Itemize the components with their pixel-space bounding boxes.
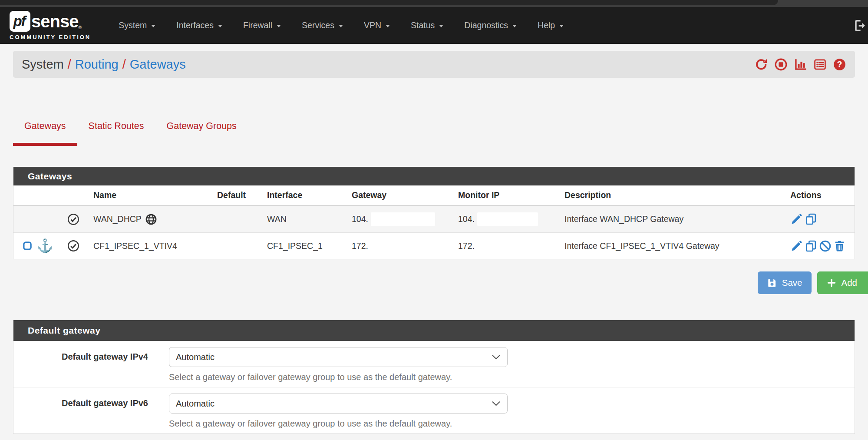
table-row-wan-dhcp: WAN_DHCP WAN 104. 104. Interface WAN_DHC… (13, 206, 855, 232)
gateways-panel: Gateways Name Default Interface Gateway … (13, 167, 855, 259)
main-menu: System Interfaces Firewall Services VPN … (108, 7, 574, 44)
list-icon[interactable] (813, 58, 827, 71)
gateway-description-cell: Interface WAN_DHCP Gateway (556, 214, 782, 224)
chevron-down-icon (492, 401, 500, 406)
table-actions-bar: Save Add (13, 271, 855, 294)
form-control-group: Automatic Select a gateway or failover g… (169, 394, 508, 429)
form-row-ipv4: Default gateway IPv4 Automatic Select a … (13, 341, 855, 387)
column-header-name: Name (85, 190, 209, 200)
chevron-down-icon (492, 355, 500, 360)
chevron-down-icon (512, 25, 517, 27)
column-header-interface: Interface (259, 190, 343, 200)
save-button-label: Save (782, 278, 802, 288)
gateway-name: WAN_DHCP (93, 214, 142, 224)
menu-item-interfaces[interactable]: Interfaces (166, 7, 233, 44)
gateway-address: 104. (352, 214, 368, 224)
page-content: System / Routing / Gateways Gateways Sta… (0, 51, 868, 434)
breadcrumb-link-routing[interactable]: Routing (75, 57, 119, 72)
default-gateway-ipv4-select[interactable]: Automatic (169, 347, 508, 367)
gateway-enabled-icon (67, 239, 80, 252)
gateway-interface-cell: WAN (259, 214, 343, 224)
menu-item-vpn[interactable]: VPN (353, 7, 400, 44)
chevron-down-icon (439, 25, 443, 27)
breadcrumb-actions (755, 58, 846, 71)
anchor-icon[interactable]: ⚓ (37, 239, 53, 252)
refresh-icon[interactable] (755, 58, 768, 71)
tab-gateway-groups[interactable]: Gateway Groups (155, 104, 248, 146)
menu-label: Interfaces (176, 20, 214, 30)
menu-item-services[interactable]: Services (291, 7, 353, 44)
gateways-table: Name Default Interface Gateway Monitor I… (13, 185, 855, 259)
chevron-down-icon (559, 25, 564, 27)
menu-label: Diagnostics (464, 20, 508, 30)
column-header-monitor-ip: Monitor IP (450, 190, 556, 200)
edit-icon[interactable] (790, 240, 803, 252)
menu-label: System (119, 20, 147, 30)
gateway-description-cell: Interface CF1_IPSEC_1_VTIV4 Gateway (556, 241, 782, 251)
column-header-actions: Actions (782, 190, 855, 200)
default-gateway-ipv4-help: Select a gateway or failover gateway gro… (169, 372, 508, 382)
table-row-cf1-ipsec: ⚓ CF1_IPSEC_1_VTIV4 CF1_IPSEC_1 172. 172… (13, 232, 855, 259)
gateway-name-cell: CF1_IPSEC_1_VTIV4 (85, 241, 209, 251)
breadcrumb-separator: / (64, 57, 75, 72)
sign-out-icon[interactable] (853, 19, 867, 33)
menu-item-help[interactable]: Help (527, 7, 574, 44)
menu-item-system[interactable]: System (108, 7, 166, 44)
browser-tab-shape (0, 0, 778, 5)
plus-icon (826, 278, 837, 288)
menu-label: Help (538, 20, 555, 30)
menu-item-firewall[interactable]: Firewall (233, 7, 291, 44)
chevron-down-icon (386, 25, 390, 27)
tab-gateways[interactable]: Gateways (13, 104, 77, 146)
gateway-actions-cell (782, 240, 855, 252)
menu-label: VPN (364, 20, 381, 30)
bar-chart-icon[interactable] (794, 58, 807, 71)
add-button[interactable]: Add (817, 271, 868, 294)
gateways-table-header-row: Name Default Interface Gateway Monitor I… (13, 185, 855, 206)
delete-icon[interactable] (833, 240, 846, 252)
pfsense-logo[interactable]: pf sense ® COMMUNITY EDITION (10, 11, 91, 40)
breadcrumb-link-gateways[interactable]: Gateways (130, 57, 186, 72)
selected-value: Automatic (176, 352, 215, 362)
copy-icon[interactable] (805, 213, 817, 225)
column-header-description: Description (556, 190, 782, 200)
gateway-address: 172. (352, 241, 368, 251)
sense-logo-text: sense (31, 13, 78, 30)
default-gateway-ipv6-label: Default gateway IPv6 (13, 394, 148, 429)
tab-static-routes[interactable]: Static Routes (77, 104, 155, 146)
save-button[interactable]: Save (758, 271, 812, 294)
square-icon[interactable] (22, 240, 33, 251)
breadcrumb-separator: / (119, 57, 130, 72)
gateways-panel-title: Gateways (13, 167, 855, 185)
monitor-ip: 104. (458, 214, 475, 224)
column-header-default: Default (209, 190, 259, 200)
copy-icon[interactable] (805, 240, 817, 252)
menu-item-diagnostics[interactable]: Diagnostics (454, 7, 527, 44)
question-circle-icon[interactable] (833, 58, 846, 71)
chevron-down-icon (218, 25, 222, 27)
default-gateway-ipv6-select[interactable]: Automatic (169, 394, 508, 414)
registered-mark: ® (78, 25, 81, 30)
menu-item-status[interactable]: Status (400, 7, 454, 44)
gateway-enabled-icon (67, 213, 80, 226)
row-status-cell (61, 239, 85, 252)
form-row-ipv6: Default gateway IPv6 Automatic Select a … (13, 387, 855, 433)
gateway-name: CF1_IPSEC_1_VTIV4 (93, 241, 177, 251)
pfsense-logo-row: pf sense ® (10, 11, 91, 32)
gateway-address-cell: 172. (343, 241, 450, 251)
floppy-icon (767, 278, 777, 288)
disable-icon[interactable] (819, 240, 832, 252)
form-control-group: Automatic Select a gateway or failover g… (169, 347, 508, 382)
default-gateway-ipv6-help: Select a gateway or failover gateway gro… (169, 419, 508, 429)
row-status-cell (61, 213, 85, 226)
community-edition-tagline: COMMUNITY EDITION (10, 34, 91, 40)
edit-icon[interactable] (790, 213, 803, 225)
breadcrumb-section: System (22, 57, 64, 72)
selected-value: Automatic (176, 399, 215, 409)
gateway-interface-cell: CF1_IPSEC_1 (259, 241, 343, 251)
menu-label: Firewall (243, 20, 272, 30)
main-navbar: pf sense ® COMMUNITY EDITION System Inte… (0, 7, 868, 44)
chevron-down-icon (277, 25, 281, 27)
default-gateway-panel: Default gateway Default gateway IPv4 Aut… (13, 320, 855, 434)
stop-circle-icon[interactable] (774, 58, 788, 71)
